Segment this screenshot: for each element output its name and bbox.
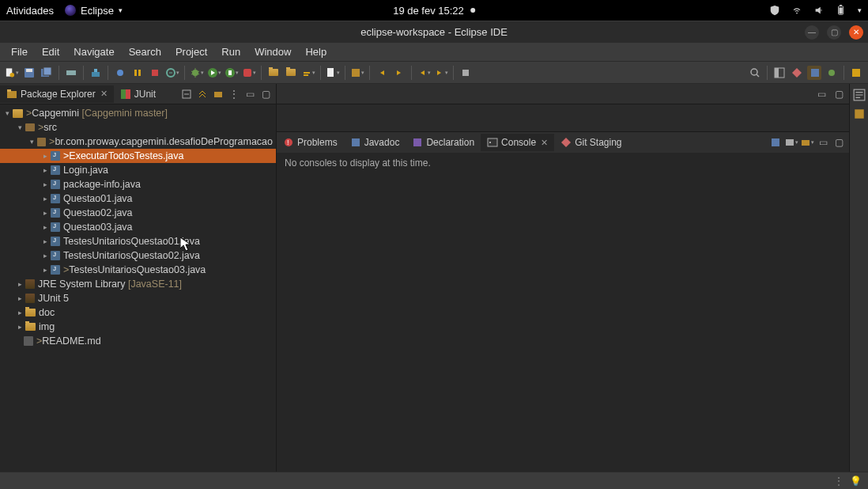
tip-bulb-icon[interactable]: 💡 [850, 476, 862, 487]
tree-project[interactable]: ▾ > Capgemini [Capgemini master] [0, 106, 276, 120]
resume-button[interactable] [130, 66, 145, 80]
maximize-view-button[interactable]: ▢ [259, 87, 273, 101]
twisty-icon[interactable]: ▸ [41, 180, 49, 188]
twisty-icon[interactable]: ▸ [41, 195, 49, 203]
tab-package-explorer[interactable]: Package Explorer ✕ [0, 85, 114, 103]
new-package-button[interactable]: ▾ [350, 66, 364, 80]
tree-junit5[interactable]: ▸ JUnit 5 [0, 291, 276, 305]
tree-file[interactable]: ▸ TestesUnitariosQuestao02.java [0, 248, 276, 263]
focus-button[interactable] [211, 87, 225, 101]
menu-search[interactable]: Search [123, 44, 168, 60]
back-button[interactable]: ▾ [417, 66, 431, 80]
new-java-button[interactable]: ▾ [326, 66, 340, 80]
twisty-icon[interactable]: ▸ [41, 237, 49, 245]
menu-edit[interactable]: Edit [36, 44, 66, 60]
pin-editor-button[interactable] [459, 66, 473, 80]
package-tree[interactable]: ▾ > Capgemini [Capgemini master] ▾ > src… [0, 104, 276, 472]
twisty-icon[interactable]: ▸ [41, 166, 49, 174]
menu-help[interactable]: Help [299, 44, 333, 60]
tab-junit[interactable]: JUnit [114, 85, 162, 103]
save-all-button[interactable] [40, 66, 54, 80]
progress-icon[interactable]: ⋮ [834, 476, 843, 487]
connect-button[interactable]: ▾ [165, 66, 179, 80]
open-type-button[interactable] [266, 66, 281, 80]
view-menu-button[interactable]: ⋮ [227, 87, 241, 101]
system-tray[interactable]: ▾ [769, 5, 862, 16]
git-perspective-button[interactable] [790, 66, 804, 80]
activities-button[interactable]: Atividades [6, 5, 54, 17]
open-console-button[interactable]: ▾ [800, 135, 814, 150]
tab-declaration[interactable]: Declaration [406, 134, 481, 151]
tree-file[interactable]: ▸ Questao03.java [0, 220, 276, 234]
tree-file[interactable]: ▸ package-info.java [0, 177, 276, 191]
app-menu[interactable]: Eclipse ▾ [65, 5, 123, 17]
tree-file[interactable]: ▸ > TestesUnitariosQuestao03.java [0, 263, 276, 277]
run-button[interactable]: ▾ [207, 66, 221, 80]
tree-src[interactable]: ▾ > src [0, 120, 276, 135]
menu-run[interactable]: Run [215, 44, 247, 60]
menu-window[interactable]: Window [248, 44, 297, 60]
tree-package[interactable]: ▾ > br.com.proway.capgemini.desafioDePro… [0, 135, 276, 149]
new-button[interactable]: ▾ [5, 66, 19, 80]
close-button[interactable]: ✕ [849, 25, 863, 40]
display-console-button[interactable]: ▾ [784, 135, 798, 150]
tree-file[interactable]: ▸ TestesUnitariosQuestao01.java [0, 234, 276, 248]
twisty-icon[interactable]: ▸ [16, 280, 24, 288]
search-button[interactable]: ▾ [301, 66, 315, 80]
tab-git-staging[interactable]: Git Staging [554, 134, 628, 151]
twisty-icon[interactable]: ▾ [28, 138, 36, 146]
twisty-icon[interactable]: ▾ [3, 109, 11, 117]
twisty-icon[interactable]: ▸ [16, 294, 24, 302]
tree-file[interactable]: ▸ Questao01.java [0, 191, 276, 206]
twisty-icon[interactable]: ▾ [16, 123, 24, 131]
twisty-icon[interactable]: ▸ [41, 152, 49, 160]
menu-file[interactable]: File [5, 44, 34, 60]
twisty-icon[interactable]: ▸ [16, 323, 24, 331]
tree-img[interactable]: ▸ img [0, 320, 276, 334]
search-access-button[interactable] [748, 66, 762, 80]
maximize-editor-button[interactable]: ▢ [832, 87, 846, 101]
link-editor-button[interactable] [195, 87, 209, 101]
tree-file[interactable]: ▸ > ExecutarTodosTestes.java [0, 149, 276, 163]
debug-button[interactable]: ▾ [190, 66, 204, 80]
menu-project[interactable]: Project [169, 44, 213, 60]
twisty-icon[interactable]: ▸ [16, 309, 24, 317]
tab-console[interactable]: Console ✕ [481, 134, 554, 151]
pin-console-button[interactable] [768, 135, 783, 150]
twisty-icon[interactable]: ▸ [41, 266, 49, 274]
tip-button[interactable] [849, 66, 863, 80]
twisty-icon[interactable]: ▸ [41, 209, 49, 217]
java-perspective-button[interactable] [807, 66, 821, 80]
menu-navigate[interactable]: Navigate [67, 44, 120, 60]
tree-jre[interactable]: ▸ JRE System Library [JavaSE-11] [0, 277, 276, 291]
tree-doc[interactable]: ▸ doc [0, 305, 276, 320]
minimize-view-button[interactable]: ▭ [243, 87, 257, 101]
task-list-icon[interactable] [853, 108, 866, 120]
maximize-button[interactable]: ▢ [827, 25, 841, 40]
minimize-button[interactable]: — [805, 25, 819, 40]
terminate-button[interactable] [148, 66, 162, 80]
coverage-button[interactable]: ▾ [225, 66, 239, 80]
tab-problems[interactable]: ! Problems [277, 134, 344, 151]
build-button[interactable] [89, 66, 103, 80]
tree-file[interactable]: ▸ Questao02.java [0, 206, 276, 220]
open-perspective-button[interactable] [772, 66, 787, 80]
minimize-view-button[interactable]: ▭ [816, 135, 830, 150]
close-icon[interactable]: ✕ [100, 89, 108, 99]
tab-javadoc[interactable]: Javadoc [344, 134, 406, 151]
tree-file[interactable]: ▸ Login.java [0, 163, 276, 177]
twisty-icon[interactable]: ▸ [41, 252, 49, 260]
ext-tools-button[interactable]: ▾ [242, 66, 256, 80]
close-icon[interactable]: ✕ [541, 138, 548, 148]
forward-annotation-button[interactable] [392, 66, 406, 80]
save-button[interactable] [22, 66, 36, 80]
tree-readme[interactable]: > README.md [0, 334, 276, 348]
back-annotation-button[interactable] [375, 66, 389, 80]
outline-icon[interactable] [853, 89, 866, 101]
clock[interactable]: 19 de fev 15:22 [393, 5, 464, 17]
maximize-view-button[interactable]: ▢ [832, 135, 846, 150]
skip-breakpoints-button[interactable] [113, 66, 127, 80]
forward-button[interactable]: ▾ [434, 66, 448, 80]
collapse-all-button[interactable] [179, 87, 194, 101]
toggle-breadcrumb-button[interactable] [64, 66, 78, 80]
